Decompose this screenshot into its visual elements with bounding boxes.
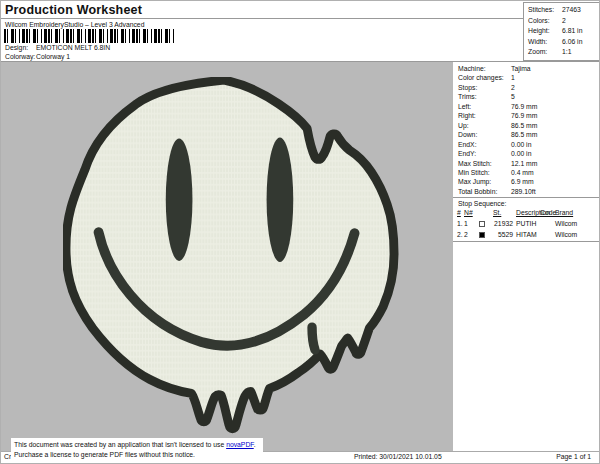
machine-row: Left:76.9 mm xyxy=(453,102,600,111)
page-number: Page 1 of 1 xyxy=(556,453,591,461)
machine-row: Min Stitch:0.4 mm xyxy=(453,168,600,177)
novapdf-notice: This document was created by an applicat… xyxy=(11,438,263,464)
height-label: Height: xyxy=(528,26,562,37)
design-label: Design: xyxy=(5,44,35,52)
machine-row: Up:86.5 mm xyxy=(453,121,600,130)
col-num: # xyxy=(457,209,461,216)
machine-row: Total Bobbin:289.10ft xyxy=(453,187,600,196)
left-eye xyxy=(166,138,193,261)
machine-row: Color changes:1 xyxy=(453,73,600,82)
machine-row: Down:86.5 mm xyxy=(453,130,600,139)
col-needle: N# xyxy=(464,209,473,216)
machine-row: Max Stitch:12.1 mm xyxy=(453,159,600,168)
printed-timestamp: Printed: 30/01/2021 10.01.05 xyxy=(354,453,442,461)
summary-row-stitches: Stitches: 27463 xyxy=(528,5,599,16)
zoom-label: Zoom: xyxy=(528,47,562,58)
machine-row: EndY:0.00 in xyxy=(453,149,600,158)
machine-info-rows: Machine:Tajima Color changes:1 Stops:2 T… xyxy=(453,64,600,196)
summary-row-height: Height: 6.81 in xyxy=(528,26,599,37)
colorway-name: Colorway 1 xyxy=(36,53,70,61)
width-value: 6.06 in xyxy=(562,37,582,48)
thread-swatch-black xyxy=(479,232,485,238)
machine-row: Stops:2 xyxy=(453,83,600,92)
col-stitches: St. xyxy=(493,209,501,216)
height-value: 6.81 in xyxy=(562,26,582,37)
machine-row: Machine:Tajima xyxy=(453,64,600,73)
summary-row-colors: Colors: 2 xyxy=(528,16,599,27)
machine-row: EndX:0.00 in xyxy=(453,140,600,149)
stop-sequence-bottom-rule xyxy=(453,241,600,242)
stop-sequence-row-2: 2. 2 5529 HITAM Wilcom xyxy=(453,231,600,241)
machine-row: Trims:5 xyxy=(453,92,600,101)
app-subtitle: Wilcom EmbroideryStudio – Level 3 Advanc… xyxy=(5,21,144,29)
colors-label: Colors: xyxy=(528,16,562,27)
zoom-value: 1:1 xyxy=(562,47,571,58)
design-name: EMOTICON MELT 6.8IN xyxy=(36,44,110,52)
col-code: Code xyxy=(540,209,556,216)
design-barcode xyxy=(4,29,174,43)
melting-smiley-design xyxy=(63,77,399,435)
width-label: Width: xyxy=(528,37,562,48)
notice-line-1: This document was created by an applicat… xyxy=(14,440,263,450)
right-eye xyxy=(267,137,294,262)
design-canvas xyxy=(1,62,453,451)
stitches-value: 27463 xyxy=(562,5,581,16)
stop-sequence-divider xyxy=(453,197,600,198)
summary-row-zoom: Zoom: 1:1 xyxy=(528,47,599,58)
stop-sequence-header: # N# St. Description Code Brand xyxy=(453,209,600,219)
col-brand: Brand xyxy=(555,209,573,216)
machine-info-panel: Machine:Tajima Color changes:1 Stops:2 T… xyxy=(453,62,600,451)
thread-swatch-white xyxy=(479,221,485,227)
page-title: Production Worksheet xyxy=(5,3,142,17)
colorway-label: Colorway: xyxy=(5,53,35,61)
summary-row-width: Width: 6.06 in xyxy=(528,37,599,48)
production-worksheet-page: Production Worksheet Wilcom EmbroiderySt… xyxy=(0,0,600,464)
smile-drip xyxy=(312,327,315,350)
colors-value: 2 xyxy=(562,16,566,27)
novapdf-link[interactable]: novaPDF xyxy=(226,441,254,448)
stop-sequence-row-1: 1. 1 21932 PUTIH Wilcom xyxy=(453,220,600,230)
title-divider xyxy=(1,18,523,19)
stop-sequence-title: Stop Sequence: xyxy=(458,200,506,207)
stitches-label: Stitches: xyxy=(528,5,562,16)
machine-row: Right:76.9 mm xyxy=(453,111,600,120)
machine-row: Max Jump:6.9 mm xyxy=(453,177,600,186)
notice-line-2: Purchase a license to generate PDF files… xyxy=(14,450,263,460)
design-summary-box: Stitches: 27463 Colors: 2 Height: 6.81 i… xyxy=(523,2,600,61)
